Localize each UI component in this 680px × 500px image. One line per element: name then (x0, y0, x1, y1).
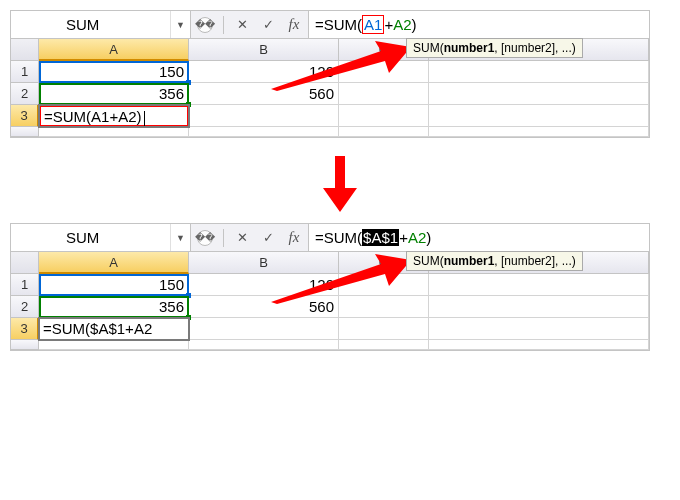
name-box-container: SUM ▼ (11, 11, 191, 38)
formula-text-plus: + (399, 229, 408, 246)
formula-bar-buttons: �� ✕ ✓ fx (191, 224, 308, 251)
cell-c1[interactable] (339, 274, 429, 296)
cell-rest[interactable] (429, 296, 649, 318)
cell-blank[interactable] (429, 127, 649, 137)
svg-marker-1 (323, 156, 357, 212)
name-box[interactable]: SUM (11, 11, 170, 38)
cell-blank[interactable] (39, 340, 189, 350)
formula-ref-a1: A1 (362, 15, 384, 34)
cell-c3[interactable] (339, 318, 429, 340)
cell-c3[interactable] (339, 105, 429, 127)
col-header-a[interactable]: A (39, 252, 189, 274)
col-header-b[interactable]: B (189, 39, 339, 61)
cell-c2[interactable] (339, 296, 429, 318)
formula-bar: SUM ▼ �� ✕ ✓ fx =SUM($A$1+A2) (11, 224, 649, 252)
name-box[interactable]: SUM (11, 224, 170, 251)
cell-a2[interactable]: 356 (39, 83, 189, 105)
formula-ref-abs-a1: $A$1 (362, 229, 399, 246)
formula-ref-a2: A2 (408, 229, 426, 246)
cell-rest[interactable] (429, 274, 649, 296)
cell-rest[interactable] (429, 105, 649, 127)
tooltip-rest: , [number2], ...) (494, 254, 575, 268)
formula-bar: SUM ▼ �� ✕ ✓ fx =SUM(A1+A2) (11, 11, 649, 39)
fx-button[interactable]: fx (286, 229, 302, 246)
excel-panel-after: SUM ▼ �� ✕ ✓ fx =SUM($A$1+A2) SUM(number… (10, 223, 650, 351)
cell-blank[interactable] (429, 340, 649, 350)
cell-c2[interactable] (339, 83, 429, 105)
cell-a3-editing[interactable]: =SUM(A1+A2) (39, 105, 189, 127)
col-header-b[interactable]: B (189, 252, 339, 274)
fx-button[interactable]: fx (286, 16, 302, 33)
cell-a3-editing[interactable]: =SUM($A$1+A2 (39, 318, 189, 340)
cell-b2[interactable]: 560 (189, 296, 339, 318)
row-header-3[interactable]: 3 (11, 318, 39, 340)
cell-blank[interactable] (339, 340, 429, 350)
cell-c1[interactable] (339, 61, 429, 83)
down-arrow-icon (323, 156, 357, 212)
row-header-1[interactable]: 1 (11, 61, 39, 83)
row-header-2[interactable]: 2 (11, 83, 39, 105)
divider (223, 16, 224, 34)
formula-text-suffix: ) (426, 229, 431, 246)
cell-a1[interactable]: 150 (39, 61, 189, 83)
row-header-2[interactable]: 2 (11, 296, 39, 318)
formula-text-plus: + (384, 16, 393, 33)
formula-input[interactable]: =SUM($A$1+A2) (308, 224, 649, 251)
tooltip-arg1: number1 (444, 41, 495, 55)
col-header-a[interactable]: A (39, 39, 189, 61)
formula-text-prefix: =SUM( (315, 229, 362, 246)
cell-b1[interactable]: 120 (189, 61, 339, 83)
formula-text-suffix: ) (412, 16, 417, 33)
tooltip-rest: , [number2], ...) (494, 41, 575, 55)
excel-panel-before: SUM ▼ �� ✕ ✓ fx =SUM(A1+A2) SUM(number1,… (10, 10, 650, 138)
insert-function-round-icon[interactable]: �� (197, 17, 213, 33)
cell-rest[interactable] (429, 83, 649, 105)
transition-arrow (10, 142, 670, 223)
tooltip-fn: SUM( (413, 254, 444, 268)
name-box-dropdown[interactable]: ▼ (170, 11, 190, 38)
cell-rest[interactable] (429, 61, 649, 83)
tooltip-fn: SUM( (413, 41, 444, 55)
row-header-1[interactable]: 1 (11, 274, 39, 296)
formula-text-prefix: =SUM( (315, 16, 362, 33)
formula-input[interactable]: =SUM(A1+A2) (308, 11, 649, 38)
cell-b2[interactable]: 560 (189, 83, 339, 105)
row-header-blank[interactable] (11, 340, 39, 350)
enter-button[interactable]: ✓ (260, 230, 276, 245)
cell-b3[interactable] (189, 318, 339, 340)
name-box-container: SUM ▼ (11, 224, 191, 251)
cell-a2[interactable]: 356 (39, 296, 189, 318)
function-tooltip: SUM(number1, [number2], ...) (406, 38, 583, 58)
row-header-blank[interactable] (11, 127, 39, 137)
cell-rest[interactable] (429, 318, 649, 340)
cancel-button[interactable]: ✕ (234, 230, 250, 245)
cancel-button[interactable]: ✕ (234, 17, 250, 32)
formula-bar-buttons: �� ✕ ✓ fx (191, 11, 308, 38)
cell-b1[interactable]: 120 (189, 274, 339, 296)
function-tooltip: SUM(number1, [number2], ...) (406, 251, 583, 271)
row-header-3[interactable]: 3 (11, 105, 39, 127)
cell-blank[interactable] (39, 127, 189, 137)
cell-blank[interactable] (189, 340, 339, 350)
tooltip-arg1: number1 (444, 254, 495, 268)
select-all-corner[interactable] (11, 39, 39, 61)
name-box-dropdown[interactable]: ▼ (170, 224, 190, 251)
cell-blank[interactable] (189, 127, 339, 137)
cell-a1[interactable]: 150 (39, 274, 189, 296)
insert-function-round-icon[interactable]: �� (197, 230, 213, 246)
cell-blank[interactable] (339, 127, 429, 137)
enter-button[interactable]: ✓ (260, 17, 276, 32)
divider (223, 229, 224, 247)
formula-ref-a2: A2 (393, 16, 411, 33)
cell-b3[interactable] (189, 105, 339, 127)
select-all-corner[interactable] (11, 252, 39, 274)
